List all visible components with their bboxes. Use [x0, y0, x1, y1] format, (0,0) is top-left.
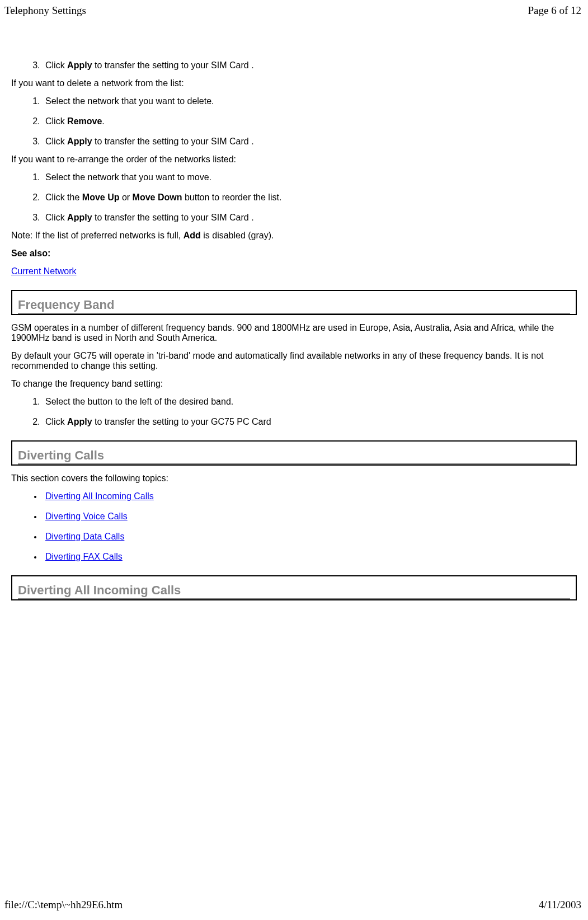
- section-title-frequency-band: Frequency Band: [18, 298, 570, 314]
- link-divert-fax[interactable]: Diverting FAX Calls: [45, 552, 123, 561]
- para-note-add-disabled: Note: If the list of preferred networks …: [11, 231, 577, 241]
- list-diverting-links: Diverting All Incoming Calls Diverting V…: [11, 491, 577, 562]
- para-gsm-bands: GSM operates in a number of different fr…: [11, 323, 577, 343]
- footer-date: 4/11/2003: [539, 899, 581, 911]
- list-item: Diverting FAX Calls: [43, 552, 577, 562]
- para-rearrange-intro: If you want to re-arrange the order of t…: [11, 154, 577, 165]
- main-content: Click Apply to transfer the setting to y…: [0, 60, 588, 600]
- list-item: Click Apply to transfer the setting to y…: [43, 60, 577, 71]
- section-diverting-all-incoming: Diverting All Incoming Calls: [11, 575, 577, 600]
- link-divert-data[interactable]: Diverting Data Calls: [45, 532, 124, 541]
- list-item: Diverting Data Calls: [43, 532, 577, 542]
- section-title-diverting-all-incoming: Diverting All Incoming Calls: [18, 583, 570, 599]
- section-frequency-band: Frequency Band: [11, 290, 577, 315]
- list-item: Diverting All Incoming Calls: [43, 491, 577, 501]
- page-header: Telephony Settings Page 6 of 12: [0, 0, 588, 21]
- list-item: Click Apply to transfer the setting to y…: [43, 213, 577, 223]
- header-title: Telephony Settings: [4, 4, 86, 17]
- list-item: Select the button to the left of the des…: [43, 397, 577, 407]
- footer-path: file://C:\temp\~hh29E6.htm: [4, 899, 123, 911]
- link-current-network[interactable]: Current Network: [11, 266, 76, 276]
- list-delete-network: Select the network that you want to dele…: [11, 96, 577, 147]
- para-delete-intro: If you want to delete a network from the…: [11, 78, 577, 88]
- section-title-diverting-calls: Diverting Calls: [18, 448, 570, 464]
- see-also-label: See also:: [11, 248, 577, 259]
- list-item: Click Apply to transfer the setting to y…: [43, 137, 577, 147]
- list-transfer-sim: Click Apply to transfer the setting to y…: [11, 60, 577, 71]
- page-footer: file://C:\temp\~hh29E6.htm 4/11/2003: [0, 894, 588, 916]
- list-item: Click Remove.: [43, 116, 577, 126]
- para-triband: By default your GC75 will operate in 'tr…: [11, 351, 577, 371]
- link-current-network-wrapper: Current Network: [11, 266, 577, 276]
- list-rearrange-network: Select the network that you want to move…: [11, 172, 577, 223]
- list-item: Click Apply to transfer the setting to y…: [43, 417, 577, 427]
- list-item: Select the network that you want to move…: [43, 172, 577, 182]
- link-divert-voice[interactable]: Diverting Voice Calls: [45, 511, 128, 521]
- section-diverting-calls: Diverting Calls: [11, 440, 577, 466]
- para-change-band-intro: To change the frequency band setting:: [11, 379, 577, 389]
- para-diverting-intro: This section covers the following topics…: [11, 473, 577, 484]
- list-item: Diverting Voice Calls: [43, 511, 577, 522]
- list-change-band: Select the button to the left of the des…: [11, 397, 577, 427]
- list-item: Click the Move Up or Move Down button to…: [43, 193, 577, 203]
- list-item: Select the network that you want to dele…: [43, 96, 577, 106]
- link-divert-all-incoming[interactable]: Diverting All Incoming Calls: [45, 491, 154, 501]
- header-page-info: Page 6 of 12: [528, 4, 581, 17]
